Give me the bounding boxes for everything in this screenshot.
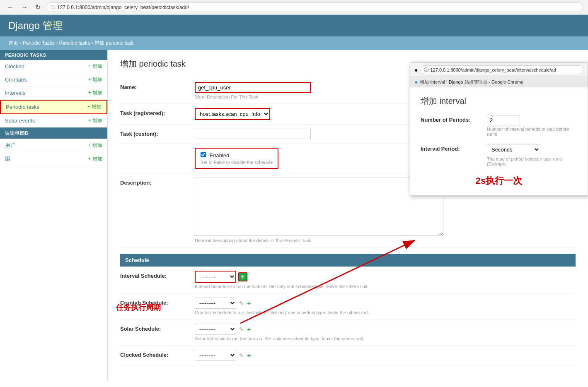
sidebar: PERIODIC TASKS Clocked + 增加 Crontabs + 增…	[0, 50, 108, 381]
sidebar-link-intervals[interactable]: Intervals	[5, 90, 25, 96]
sidebar-add-groups[interactable]: + 增加	[88, 156, 102, 163]
clocked-edit-icon[interactable]: ✎	[239, 352, 244, 359]
site-title: Django 管理	[8, 19, 580, 32]
sidebar-item-users[interactable]: 用户 + 增加	[0, 139, 107, 152]
popup-row-number-periods: Number of Periods: Number of interval pe…	[421, 115, 577, 137]
popup-interval-period-label: Interval Period:	[421, 144, 487, 152]
enabled-spacer	[120, 148, 195, 150]
clocked-select-group: --------- ✎ +	[195, 350, 576, 361]
popup-tab-bar: ● 增加 interval | Django 站点管理员 - Google Ch…	[410, 77, 588, 87]
sidebar-item-groups[interactable]: 组 + 增加	[0, 152, 107, 166]
crontab-select-group: --------- ✎ +	[195, 298, 576, 309]
popup-interval-period-help: The type of period between task runs (Ex…	[487, 156, 577, 166]
clocked-schedule-select[interactable]: ---------	[195, 350, 236, 361]
main-layout: PERIODIC TASKS Clocked + 增加 Crontabs + 增…	[0, 50, 588, 381]
solar-schedule-select[interactable]: ---------	[195, 324, 236, 335]
sidebar-item-periodic-tasks[interactable]: Periodic tasks + 增加	[0, 100, 107, 114]
crontab-schedule-field: --------- ✎ + Crontab Schedule to run th…	[195, 298, 576, 315]
lock-icon: ⓘ	[51, 4, 55, 10]
solar-add-icon[interactable]: +	[247, 326, 251, 333]
form-row-interval-schedule: Interval Schedule: --------- + Interval …	[120, 267, 576, 293]
clocked-schedule-field: --------- ✎ +	[195, 350, 576, 361]
sidebar-item-solar-events[interactable]: Solar events + 增加	[0, 114, 107, 127]
sidebar-link-periodic-tasks[interactable]: Periodic tasks	[6, 104, 39, 110]
popup-interval-period-select[interactable]: Days Hours Minutes Seconds Microseconds	[487, 144, 540, 155]
popup-annotation: 2s执行一次	[421, 175, 577, 187]
solar-schedule-help: Solar Schedule to run the task on. Set o…	[195, 336, 576, 341]
back-button[interactable]: ←	[5, 3, 16, 12]
form-row-clocked-schedule: Clocked Schedule: --------- ✎ +	[120, 346, 576, 365]
crontab-edit-icon[interactable]: ✎	[239, 300, 244, 307]
solar-edit-icon[interactable]: ✎	[239, 326, 244, 333]
enabled-checkbox[interactable]	[201, 152, 206, 157]
task-custom-input[interactable]	[195, 129, 311, 139]
sidebar-add-intervals[interactable]: + 增加	[88, 89, 102, 96]
task-annotation: 任务执行周期	[116, 303, 161, 312]
enabled-help: Set to False to disable the schedule	[201, 160, 273, 165]
form-row-solar-schedule: Solar Schedule: --------- ✎ + Solar Sche…	[120, 320, 576, 346]
forward-button[interactable]: →	[19, 3, 30, 12]
task-custom-label: Task (custom):	[120, 129, 195, 137]
crontab-schedule-help: Crontab Schedule to run the task on. Set…	[195, 310, 576, 315]
popup-body: 增加 interval Number of Periods: Number of…	[410, 87, 588, 195]
popup-row-interval-period: Interval Period: Days Hours Minutes Seco…	[421, 144, 577, 166]
sidebar-item-intervals[interactable]: Intervals + 增加	[0, 87, 107, 100]
sidebar-item-crontabs[interactable]: Crontabs + 增加	[0, 73, 107, 87]
popup-url-text: 127.0.0.1:8000/admin/django_celery_beat/…	[430, 67, 556, 72]
enabled-label[interactable]: Enabled	[210, 152, 230, 159]
sidebar-section-auth: 认证和授权	[0, 127, 107, 139]
content-area: 增加 periodic task Name: Short Description…	[108, 50, 588, 381]
sidebar-add-clocked[interactable]: + 增加	[88, 63, 102, 70]
crontab-schedule-select[interactable]: ---------	[195, 298, 236, 309]
url-text: 127.0.0.1:8000/admin/django_celery_beat/…	[57, 5, 189, 10]
popup-number-periods-label: Number of Periods:	[421, 115, 487, 123]
breadcrumb-level1[interactable]: Periodic Tasks	[23, 40, 55, 46]
popup-tab-title: 增加 interval | Django 站点管理员 - Google Chro…	[420, 79, 523, 85]
task-registered-label: Task (registered):	[120, 108, 195, 116]
task-registered-select[interactable]: host.tasks.scan_cpu_info	[195, 108, 270, 120]
interval-add-button[interactable]: +	[238, 272, 247, 281]
schedule-section-header: Schedule	[120, 254, 576, 267]
sidebar-section-periodic-tasks: PERIODIC TASKS	[0, 50, 107, 60]
popup-number-periods-help: Number of interval periods to wait befor…	[487, 127, 577, 137]
solar-schedule-field: --------- ✎ + Solar Schedule to run the …	[195, 324, 576, 341]
name-input[interactable]	[195, 82, 311, 93]
popup-number-periods-field: Number of interval periods to wait befor…	[487, 115, 577, 137]
breadcrumb-level2[interactable]: Periodic tasks	[59, 40, 90, 46]
description-label: Description:	[120, 178, 195, 186]
django-header: Django 管理	[0, 15, 588, 36]
enabled-checkbox-box: Enabled Set to False to disable the sche…	[195, 148, 278, 169]
description-textarea[interactable]	[195, 178, 443, 236]
sidebar-link-solar-events[interactable]: Solar events	[5, 118, 35, 124]
interval-select-group: --------- +	[195, 271, 576, 283]
popup-number-periods-input[interactable]	[487, 115, 520, 125]
popup-lock-icon: ⓘ	[424, 67, 428, 73]
sidebar-link-groups[interactable]: 组	[5, 155, 10, 163]
crontab-add-icon[interactable]: +	[247, 300, 251, 307]
sidebar-add-periodic-tasks[interactable]: + 增加	[87, 103, 102, 111]
solar-select-group: --------- ✎ +	[195, 324, 576, 335]
popup-title-bar: ● ⓘ 127.0.0.1:8000/admin/django_celery_b…	[410, 63, 588, 77]
form-row-crontab-schedule: Crontab Schedule: --------- ✎ + Crontab …	[120, 293, 576, 320]
browser-chrome: ← → ↻ ⓘ 127.0.0.1:8000/admin/django_cele…	[0, 0, 588, 15]
sidebar-add-solar-events[interactable]: + 增加	[88, 117, 102, 124]
sidebar-add-users[interactable]: + 增加	[88, 142, 102, 149]
clocked-schedule-label: Clocked Schedule:	[120, 350, 195, 358]
interval-schedule-field: --------- + Interval Schedule to run the…	[195, 271, 576, 289]
sidebar-link-crontabs[interactable]: Crontabs	[5, 77, 27, 83]
sidebar-link-users[interactable]: 用户	[5, 142, 16, 149]
breadcrumb-home[interactable]: 首页	[8, 40, 18, 46]
popup-url-bar: ⓘ 127.0.0.1:8000/admin/django_celery_bea…	[420, 65, 583, 74]
interval-schedule-select[interactable]: ---------	[195, 271, 236, 283]
breadcrumb: 首页 › Periodic Tasks › Periodic tasks › 增…	[0, 36, 588, 50]
clocked-add-icon[interactable]: +	[247, 352, 251, 359]
name-label: Name:	[120, 82, 195, 90]
popup-page-title: 增加 interval	[421, 96, 577, 107]
sidebar-item-clocked[interactable]: Clocked + 增加	[0, 60, 107, 73]
sidebar-link-clocked[interactable]: Clocked	[5, 63, 24, 70]
reload-button[interactable]: ↻	[33, 2, 43, 12]
sidebar-add-crontabs[interactable]: + 增加	[88, 76, 102, 83]
description-help: Detailed description about the details o…	[195, 238, 576, 243]
interval-schedule-help: Interval Schedule to run the task on. Se…	[195, 284, 576, 289]
breadcrumb-current: 增加 periodic task	[94, 40, 134, 46]
